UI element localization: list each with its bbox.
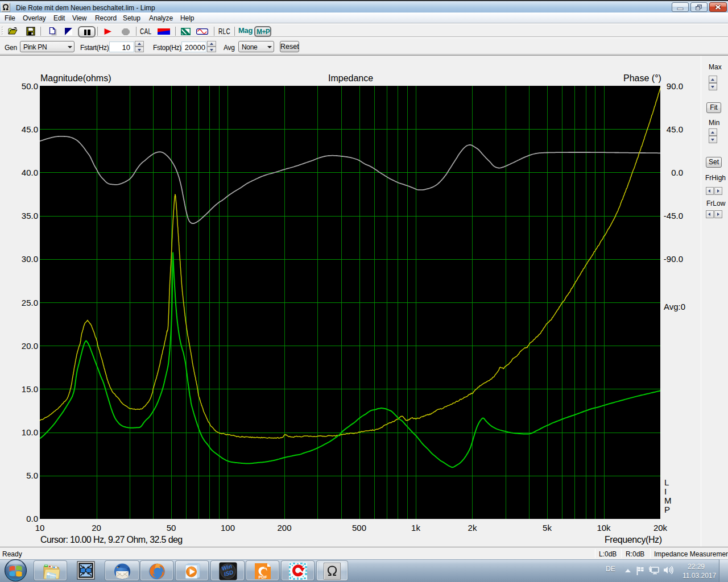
- svg-text:PDF: PDF: [259, 575, 267, 580]
